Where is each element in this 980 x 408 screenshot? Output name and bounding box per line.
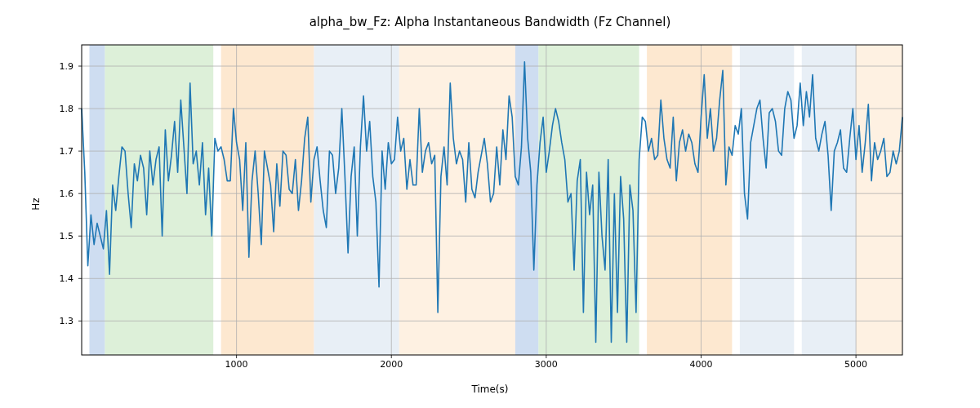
- svg-rect-10: [856, 45, 902, 355]
- plot-svg: [82, 45, 902, 355]
- chart-title: alpha_bw_Fz: Alpha Instantaneous Bandwid…: [0, 15, 980, 29]
- y-tick-label: 1.9: [60, 61, 74, 72]
- y-tick-label: 1.6: [60, 188, 74, 199]
- svg-rect-7: [647, 45, 732, 355]
- svg-rect-4: [399, 45, 515, 355]
- y-tick-label: 1.7: [60, 146, 74, 157]
- svg-rect-1: [105, 45, 213, 355]
- x-tick-label: 3000: [535, 359, 558, 370]
- y-tick-label: 1.4: [60, 273, 74, 284]
- x-tick-label: 1000: [225, 359, 248, 370]
- y-axis-label: Hz: [29, 0, 42, 408]
- figure: alpha_bw_Fz: Alpha Instantaneous Bandwid…: [0, 0, 980, 408]
- x-tick-label: 2000: [380, 359, 403, 370]
- y-tick-label: 1.8: [60, 104, 74, 114]
- svg-rect-9: [802, 45, 856, 355]
- svg-rect-5: [515, 45, 538, 355]
- x-axis-label: Time(s): [0, 384, 980, 395]
- plot-area: [82, 45, 902, 355]
- x-tick-label: 4000: [689, 359, 712, 370]
- x-tick-label: 5000: [844, 359, 867, 370]
- y-tick-label: 1.5: [60, 231, 74, 242]
- svg-rect-0: [89, 45, 105, 355]
- y-tick-label: 1.3: [60, 316, 74, 326]
